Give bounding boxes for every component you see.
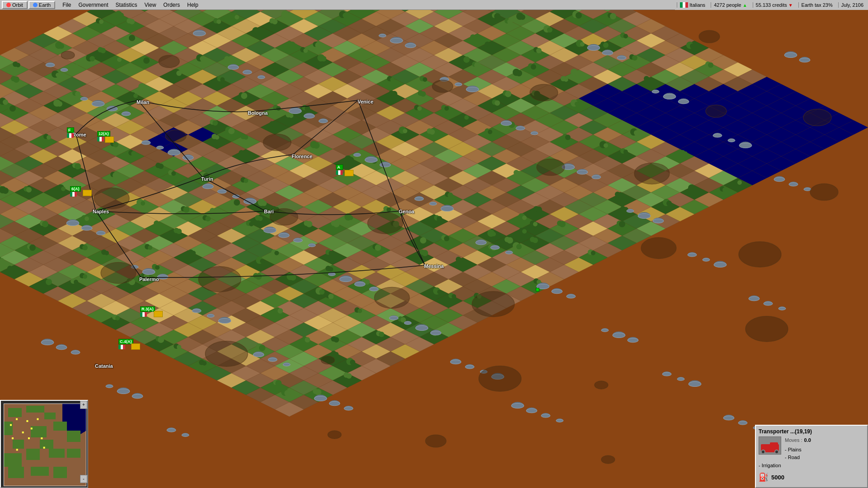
transporter-cab [770, 442, 778, 448]
menu-help[interactable]: Help [184, 1, 202, 9]
minimap-canvas [4, 404, 86, 486]
unit-fuel: ⛽ 5000 [759, 472, 864, 482]
nation-status: Italians [677, 2, 708, 8]
menu-government[interactable]: Government [75, 1, 112, 9]
orbit-label: Orbit [12, 2, 23, 8]
minimap[interactable]: + - [0, 400, 88, 488]
yellow-unit-marker [154, 311, 163, 317]
people-status: 4272 people ▲ [711, 2, 750, 8]
menu-statistics[interactable]: Statistics [112, 1, 141, 9]
people-count: 4272 people [714, 2, 741, 8]
map-area[interactable]: MilanVeniceBolognaRomeFlorenceTurinNaple… [0, 10, 868, 488]
moves-row: Moves : 0.0 [785, 436, 864, 444]
terrain-road: - Road [759, 454, 864, 462]
unit-info-panel: Transporter ...(19,19) Moves : 0.0 - Pla… [755, 425, 868, 488]
wheel-left [761, 450, 765, 454]
map-canvas [0, 10, 868, 488]
moves-label: Moves : [785, 436, 802, 444]
moves-value: 0.0 [804, 436, 811, 444]
tax-status: Earth tax 23% [798, 2, 835, 8]
yellow-unit-marker [105, 136, 114, 143]
earth-icon [33, 3, 38, 7]
nation-name: Italians [689, 2, 705, 8]
menu-items: File Government Statistics View Orders H… [59, 1, 202, 9]
date-status: July, 2106 [838, 2, 866, 8]
nav-buttons: Orbit Earth [2, 1, 55, 9]
earth-label: Earth [39, 2, 51, 8]
orbit-icon [6, 3, 11, 7]
population-up-icon: ▲ [743, 3, 747, 8]
wheel-right [774, 450, 779, 454]
terrain-irrigation: - Irrigation [759, 462, 864, 470]
game-date: July, 2106 [841, 2, 863, 8]
unit-icon [759, 436, 781, 455]
unit-title: Transporter ...(19,19) [759, 428, 864, 435]
tax-label: Earth tax [802, 2, 821, 8]
earth-button[interactable]: Earth [28, 1, 55, 9]
menu-file[interactable]: File [59, 1, 75, 9]
zoom-in-button[interactable]: + [80, 401, 87, 409]
credits-status: 55.133 credits ▼ [753, 2, 796, 8]
orbit-button[interactable]: Orbit [2, 1, 28, 9]
menu-bar: Orbit Earth File Government Statistics V… [0, 0, 868, 10]
yellow-unit-marker [344, 170, 354, 176]
italian-flag [680, 2, 688, 8]
menu-orders[interactable]: Orders [160, 1, 184, 9]
fuel-icon: ⛽ [759, 472, 769, 482]
credits-down-icon: ▼ [788, 3, 793, 8]
status-bar: Italians 4272 people ▲ 55.133 credits ▼ … [675, 0, 868, 10]
yellow-unit-marker [131, 343, 140, 350]
fuel-value: 5000 [771, 474, 784, 481]
tax-value: 23% [823, 2, 833, 8]
menu-view[interactable]: View [141, 1, 160, 9]
credits-value: 55.133 credits [756, 2, 787, 8]
yellow-unit-marker [83, 190, 92, 196]
zoom-out-button[interactable]: - [80, 475, 87, 483]
